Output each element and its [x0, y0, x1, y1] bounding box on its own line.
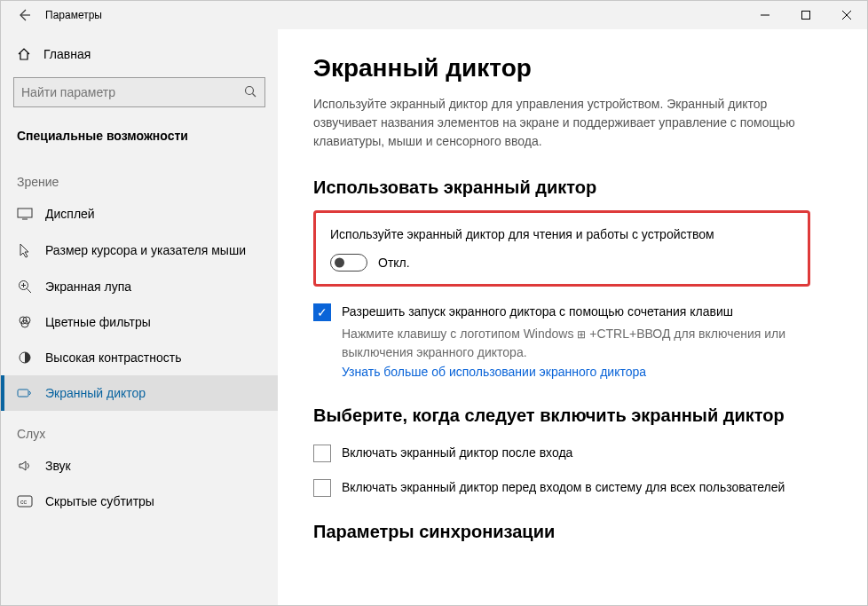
nav-captions[interactable]: cc Скрытые субтитры	[1, 484, 278, 519]
captions-icon: cc	[17, 495, 33, 508]
nav-label: Экранная лупа	[45, 279, 131, 294]
checkbox-after-signin-label: Включать экранный диктор после входа	[342, 444, 572, 461]
shortcut-helper: Нажмите клавишу с логотипом Windows ⊞ +C…	[342, 325, 803, 361]
nav-label: Звук	[45, 459, 71, 473]
nav-display[interactable]: Дисплей	[1, 196, 278, 232]
nav-label: Скрытые субтитры	[45, 494, 154, 508]
checkbox-before-signin-row: Включать экранный диктор перед входом в …	[313, 478, 810, 497]
narrator-icon	[17, 387, 33, 399]
search-input[interactable]	[21, 85, 243, 99]
close-button[interactable]	[826, 1, 867, 29]
cursor-icon	[17, 242, 33, 258]
svg-rect-1	[802, 12, 810, 20]
display-icon	[17, 208, 33, 220]
nav-colorfilters[interactable]: Цветные фильтры	[1, 304, 278, 340]
color-filters-icon	[17, 315, 33, 329]
svg-rect-16	[18, 390, 28, 397]
nav-label: Цветные фильтры	[45, 315, 151, 329]
checkbox-shortcut-row: ✓ Разрешить запуск экранного диктора с п…	[313, 303, 810, 321]
nav-label: Экранный диктор	[45, 386, 146, 400]
nav-narrator[interactable]: Экранный диктор	[1, 375, 278, 411]
window-title: Параметры	[45, 9, 102, 21]
nav-highcontrast[interactable]: Высокая контрастность	[1, 340, 278, 375]
group-vision: Зрение	[1, 159, 278, 196]
sound-icon	[17, 459, 33, 473]
checkbox-shortcut-label: Разрешить запуск экранного диктора с пом…	[342, 303, 733, 320]
toggle-label: Используйте экранный диктор для чтения и…	[330, 225, 793, 243]
maximize-icon	[801, 11, 810, 20]
learn-more-link[interactable]: Узнать больше об использовании экранного…	[342, 365, 646, 379]
checkbox-shortcut[interactable]: ✓	[313, 303, 331, 321]
section-use-narrator: Использовать экранный диктор	[313, 177, 832, 198]
nav-label: Размер курсора и указателя мыши	[45, 243, 246, 257]
category-title: Специальные возможности	[1, 120, 278, 159]
nav-magnifier[interactable]: Экранная лупа	[1, 269, 278, 304]
nav-label: Высокая контрастность	[45, 350, 181, 365]
page-title: Экранный диктор	[313, 54, 832, 83]
checkbox-before-signin-label: Включать экранный диктор перед входом в …	[342, 478, 785, 496]
nav-label: Дисплей	[45, 207, 95, 221]
arrow-left-icon	[17, 8, 31, 22]
group-hearing: Слух	[1, 411, 278, 448]
svg-rect-6	[18, 209, 32, 217]
titlebar: Параметры	[1, 1, 867, 29]
checkbox-after-signin[interactable]	[313, 445, 331, 462]
highlight-box: Используйте экранный диктор для чтения и…	[313, 210, 810, 287]
search-icon	[243, 84, 257, 101]
toggle-state: Откл.	[378, 256, 410, 270]
svg-point-4	[246, 86, 254, 94]
narrator-toggle[interactable]	[330, 254, 367, 272]
checkbox-after-signin-row: Включать экранный диктор после входа	[313, 444, 810, 462]
home-icon	[17, 47, 31, 61]
search-box[interactable]	[13, 77, 265, 107]
svg-line-5	[253, 93, 256, 97]
checkbox-before-signin[interactable]	[313, 479, 331, 497]
nav-sound[interactable]: Звук	[1, 448, 278, 484]
maximize-button[interactable]	[785, 1, 826, 29]
svg-line-9	[28, 289, 32, 294]
minimize-button[interactable]	[745, 1, 785, 29]
back-button[interactable]	[12, 3, 36, 28]
section-when: Выберите, когда следует включить экранны…	[313, 404, 810, 428]
minimize-icon	[761, 11, 769, 20]
section-sync: Параметры синхронизации	[313, 522, 832, 542]
content-pane: Экранный диктор Используйте экранный дик…	[278, 29, 867, 605]
svg-text:cc: cc	[20, 499, 28, 505]
contrast-icon	[17, 350, 33, 365]
sidebar: Главная Специальные возможности Зрение Д…	[1, 29, 278, 605]
nav-cursor[interactable]: Размер курсора и указателя мыши	[1, 232, 278, 269]
home-label: Главная	[43, 47, 91, 61]
home-nav[interactable]: Главная	[1, 38, 278, 70]
close-icon	[842, 11, 851, 20]
magnifier-icon	[17, 279, 33, 294]
page-description: Используйте экранный диктор для управлен…	[313, 95, 810, 151]
windows-logo-icon: ⊞	[577, 328, 586, 341]
